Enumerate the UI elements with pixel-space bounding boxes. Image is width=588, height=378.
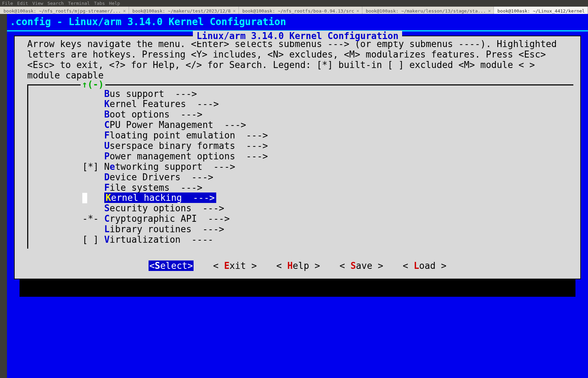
terminal: .config - Linux/arm 3.14.0 Kernel Config…	[7, 14, 588, 378]
menu-item-6[interactable]: Power management options --->	[28, 151, 573, 162]
button-s-3[interactable]: < Save >	[340, 260, 383, 271]
menu-help[interactable]: Help	[109, 1, 120, 6]
menu-item-11[interactable]: Security options --->	[28, 203, 573, 214]
tab-label: book@100ask: ~/Linux_4412/kernel	[497, 8, 585, 14]
button-h-2[interactable]: < Help >	[276, 260, 320, 271]
menu-view[interactable]: View	[32, 1, 43, 6]
menu-item-7[interactable]: [*] Networking support --->	[28, 162, 573, 172]
close-icon[interactable]: ×	[233, 8, 235, 14]
close-icon[interactable]: ×	[356, 8, 359, 14]
menu-item-14[interactable]: [ ] Virtualization ----	[28, 235, 573, 245]
scroll-up-indicator: ↑(-)	[81, 79, 105, 90]
tab-label: book@100ask: ~/makeru/lesson/13/stage/st…	[366, 8, 486, 14]
close-icon[interactable]: ×	[488, 8, 491, 14]
close-icon[interactable]: ×	[123, 8, 126, 14]
selection-marker	[82, 193, 87, 203]
button-row: <Select>< Exit >< Help >< Save >< Load >	[15, 255, 580, 279]
tab-label: book@100ask: ~/nfs_rootfs/boa-0.94.13/sr…	[242, 8, 354, 14]
menu-item-0[interactable]: Bus support --->	[28, 89, 573, 99]
menu-item-3[interactable]: CPU Power Management --->	[28, 120, 573, 130]
button-e-1[interactable]: < Exit >	[213, 260, 257, 271]
menu-item-9[interactable]: File systems --->	[28, 183, 573, 193]
config-title: .config - Linux/arm 3.14.0 Kernel Config…	[7, 14, 588, 30]
menu-item-10[interactable]: Kernel hacking --->	[28, 193, 573, 203]
menu-terminal[interactable]: Terminal	[68, 1, 90, 6]
bottom-black-bar	[20, 279, 575, 297]
tab-label: book@100ask: ~/makeru/test/2023/12/8	[133, 8, 231, 14]
button-s-0[interactable]: <Select>	[149, 260, 194, 271]
menu-search[interactable]: Search	[47, 1, 64, 6]
menu-file[interactable]: File	[2, 1, 13, 6]
tab-label: book@100ask: ~/nfs_rootfs/mjpg-streamer/…	[3, 8, 121, 14]
menu-tabs[interactable]: Tabs	[94, 1, 105, 6]
menu-edit[interactable]: Edit	[17, 1, 28, 6]
menu-box: ↑(-) Bus support ---> Kernel Features --…	[27, 84, 573, 249]
menu-item-4[interactable]: Floating point emulation --->	[28, 130, 573, 141]
menu-item-12[interactable]: -*- Cryptographic API --->	[28, 214, 573, 224]
config-box: Linux/arm 3.14.0 Kernel Configuration Ar…	[14, 36, 581, 279]
menu-list[interactable]: Bus support ---> Kernel Features ---> Bo…	[28, 89, 573, 245]
help-text: Arrow keys navigate the menu. <Enter> se…	[15, 36, 580, 82]
left-sidebar	[0, 14, 7, 378]
menu-item-2[interactable]: Boot options --->	[28, 109, 573, 120]
button-l-4[interactable]: < Load >	[403, 260, 446, 271]
menu-item-8[interactable]: Device Drivers --->	[28, 172, 573, 183]
menu-item-5[interactable]: Userspace binary formats --->	[28, 141, 573, 151]
menu-item-1[interactable]: Kernel Features --->	[28, 99, 573, 109]
menu-item-13[interactable]: Library routines --->	[28, 224, 573, 235]
box-title: Linux/arm 3.14.0 Kernel Configuration	[193, 31, 402, 41]
menubar: FileEditViewSearchTerminalTabsHelp	[0, 0, 588, 7]
